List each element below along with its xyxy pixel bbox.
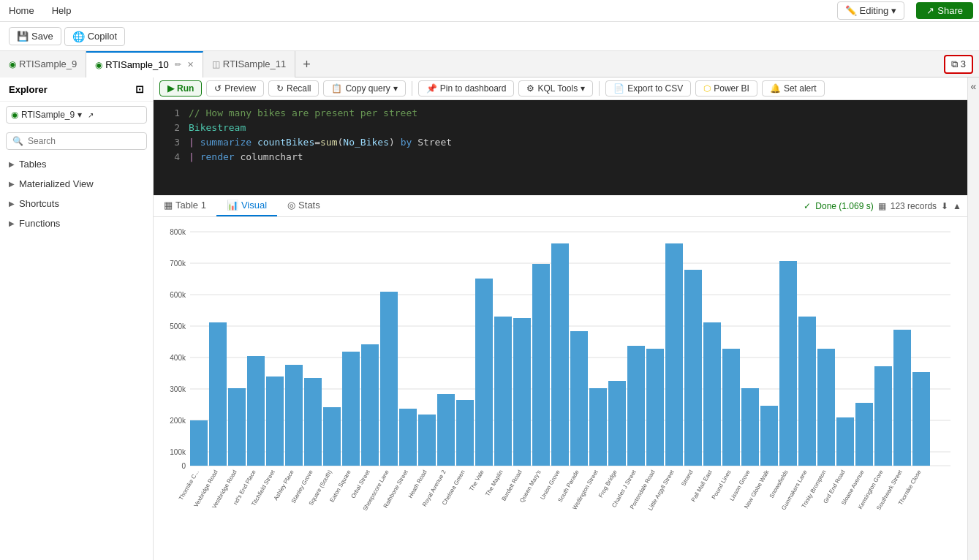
result-tab-table1[interactable]: ▦ Table 1 <box>154 195 216 216</box>
sidebar-search-box[interactable]: 🔍 <box>6 132 147 150</box>
code-line-3: 3 | summarize countBikes=sum(No_Bikes) b… <box>154 135 967 150</box>
chart-bar[interactable] <box>570 331 588 466</box>
pin-icon: 📌 <box>426 83 437 94</box>
power-bi-button[interactable]: ⬡ Power BI <box>695 80 757 97</box>
tab-rtisample-9[interactable]: ◉ RTISample_9 <box>0 51 86 77</box>
chart-bar[interactable] <box>703 322 721 466</box>
chart-bar[interactable] <box>589 388 607 466</box>
chart-svg: 800k 700k 600k 500k 400k 300k 200k 100k … <box>154 217 958 524</box>
sidebar-item-tables[interactable]: ▶ Tables <box>0 154 153 174</box>
preview-icon: ↺ <box>214 83 222 94</box>
chart-bar[interactable] <box>494 317 512 466</box>
collapse-results-icon[interactable]: ▲ <box>953 201 961 211</box>
tab-rtisample-11[interactable]: ◫ RTISample_11 <box>203 51 295 77</box>
result-tab-visual[interactable]: 📊 Visual <box>216 195 277 216</box>
chart-bar[interactable] <box>893 330 911 466</box>
save-icon: 💾 <box>17 31 29 42</box>
chart-bar[interactable] <box>874 366 892 466</box>
sidebar-item-shortcuts[interactable]: ▶ Shortcuts <box>0 194 153 213</box>
run-button[interactable]: ▶ Run <box>159 80 202 97</box>
code-line-1: 1 // How many bikes are present per stre… <box>154 106 967 121</box>
close-tab2[interactable]: ✕ <box>187 60 194 69</box>
chart-bar[interactable] <box>209 322 227 466</box>
chart-bar-label: Frog Bridge <box>597 469 619 499</box>
chart-bar[interactable] <box>190 420 208 466</box>
chart-bar[interactable] <box>228 388 246 466</box>
code-editor[interactable]: 1 // How many bikes are present per stre… <box>154 100 967 195</box>
share-button[interactable]: ↗ Share <box>916 2 973 19</box>
pin-dashboard-button[interactable]: 📌 Pin to dashboard <box>418 80 515 97</box>
chart-bar[interactable] <box>304 378 322 466</box>
collapse-icon[interactable]: ⊡ <box>135 83 144 95</box>
svg-text:400k: 400k <box>170 354 186 362</box>
chart-bar[interactable] <box>361 344 379 466</box>
copy-query-button[interactable]: 📋 Copy query ▾ <box>323 80 405 97</box>
chart-bar[interactable] <box>380 292 398 466</box>
chart-bar[interactable] <box>855 403 873 466</box>
external-link-icon[interactable]: ↗ <box>88 111 94 119</box>
chart-bar[interactable] <box>266 377 284 466</box>
svg-text:0: 0 <box>181 462 186 470</box>
add-tab-button[interactable]: + <box>295 51 318 77</box>
chart-bar[interactable] <box>475 279 493 466</box>
kql-tools-button[interactable]: ⚙ KQL Tools ▾ <box>518 80 593 97</box>
chart-bar[interactable] <box>418 415 436 466</box>
chart-bar-label: Heath Road <box>407 469 428 499</box>
chart-bar[interactable] <box>513 318 531 466</box>
chevron-shortcuts: ▶ <box>9 200 15 208</box>
editing-button[interactable]: ✏️ Editing ▾ <box>837 1 905 20</box>
export-csv-button[interactable]: 📄 Export to CSV <box>605 80 691 97</box>
nav-help[interactable]: Help <box>49 5 75 16</box>
chart-bar[interactable] <box>817 349 835 466</box>
chart-bar[interactable] <box>247 356 265 466</box>
separator2 <box>599 81 600 96</box>
chart-bar[interactable] <box>760 406 778 466</box>
chart-bar-label: Strand <box>680 469 695 488</box>
save-button[interactable]: 💾 Save <box>9 27 61 45</box>
chart-bar[interactable] <box>323 407 341 466</box>
chart-bar[interactable] <box>779 261 797 466</box>
chart-bar[interactable] <box>627 346 645 466</box>
query-toolbar: ▶ Run ↺ Preview ↻ Recall 📋 Copy query ▾ … <box>154 77 967 100</box>
chart-bar[interactable] <box>456 400 474 466</box>
recall-icon: ↻ <box>276 83 284 94</box>
table-icon: ▦ <box>164 200 173 211</box>
sidebar-tree: ▶ Tables ▶ Materialized View ▶ Shortcuts… <box>0 154 153 233</box>
chart-bar[interactable] <box>285 365 303 466</box>
sidebar-item-functions[interactable]: ▶ Functions <box>0 213 153 233</box>
tab-count-button[interactable]: ⧉ 3 <box>944 55 973 74</box>
db-icon-tab3: ◫ <box>212 59 220 69</box>
chart-bar[interactable] <box>836 417 854 466</box>
recall-button[interactable]: ↻ Recall <box>268 80 319 97</box>
chart-bar[interactable] <box>342 352 360 466</box>
copilot-icon: 🌐 <box>72 31 85 42</box>
right-collapse-panel[interactable]: « <box>967 77 979 560</box>
chart-bar[interactable] <box>684 270 702 466</box>
search-input[interactable] <box>28 136 140 146</box>
copilot-button[interactable]: 🌐 Copilot <box>64 27 125 46</box>
chart-bar[interactable] <box>798 317 816 466</box>
chart-bar[interactable] <box>551 243 569 466</box>
chart-bar[interactable] <box>608 381 626 466</box>
chart-bar[interactable] <box>646 349 664 466</box>
chevron-functions: ▶ <box>9 219 15 227</box>
chart-bar[interactable] <box>722 349 740 466</box>
chart-bar[interactable] <box>665 243 683 466</box>
chart-bar[interactable] <box>437 394 455 466</box>
chart-bar[interactable] <box>532 264 550 466</box>
code-line-2: 2 Bikestream <box>154 121 967 135</box>
sidebar-item-materialized-view[interactable]: ▶ Materialized View <box>0 174 153 194</box>
db-selector[interactable]: ◉ RTISample_9 ▾ ↗ <box>6 106 147 124</box>
tab-rtisample-10[interactable]: ◉ RTISample_10 ✏ ✕ <box>86 51 203 77</box>
nav-home[interactable]: Home <box>6 5 37 16</box>
svg-text:100k: 100k <box>170 448 186 456</box>
chevron-copy: ▾ <box>393 83 398 94</box>
download-icon[interactable]: ⬇ <box>941 201 948 211</box>
chart-bar[interactable] <box>912 372 930 466</box>
edit-icon-tab2[interactable]: ✏ <box>175 60 181 69</box>
chart-bar[interactable] <box>399 409 417 466</box>
set-alert-button[interactable]: 🔔 Set alert <box>762 80 825 97</box>
chart-bar[interactable] <box>741 388 759 466</box>
result-tab-stats[interactable]: ◎ Stats <box>277 195 330 216</box>
preview-button[interactable]: ↺ Preview <box>206 80 264 97</box>
